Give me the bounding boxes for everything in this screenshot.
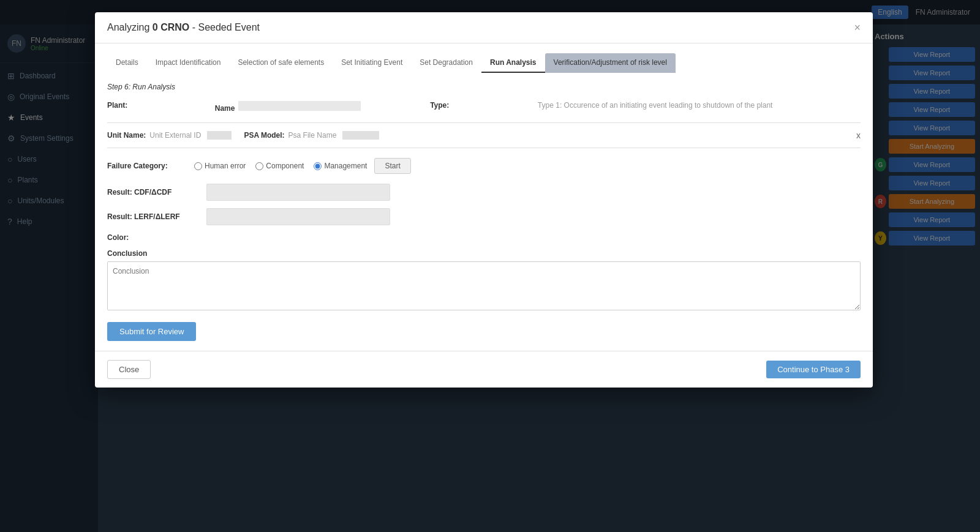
result-cdf-label: Result: CDF/ΔCDF [107,188,199,197]
management-label: Management [324,162,367,170]
wizard-tab-impact[interactable]: Impact Identification [147,53,230,73]
wizard-tab-verification[interactable]: Verification/Adjustment of risk level [545,53,676,73]
radio-management[interactable]: Management [314,162,367,170]
modal-title-suffix: - Seeded Event [189,22,260,32]
modal-title-prefix: Analyzing [107,22,153,32]
step-label: Step 6: Run Analysis [107,83,861,91]
submit-review-button[interactable]: Submit for Review [107,322,196,341]
wizard-tabs: DetailsImpact IdentificationSelection of… [107,53,861,73]
type-label: Type: [430,101,449,110]
type-field: Type: [430,101,538,110]
unit-external-id-extra [207,131,232,140]
psa-file-name: Psa File Name [288,131,337,140]
close-button[interactable]: Close [107,360,151,379]
color-label: Color: [107,233,129,242]
name-label: Name [215,104,235,113]
type-value-field: Type 1: Occurence of an initiating event… [538,101,861,110]
plant-label: Plant: [107,101,127,110]
type-value-col: Type 1: Occurence of an initiating event… [538,101,861,115]
wizard-tab-safe-elements[interactable]: Selection of safe elements [229,53,333,73]
modal: Analyzing 0 CRNO - Seeded Event × Detail… [95,12,873,388]
modal-body: DetailsImpact IdentificationSelection of… [95,43,873,351]
result-lerf-label: Result: LERF/ΔLERF [107,212,199,221]
start-button[interactable]: Start [374,158,410,174]
conclusion-section: Conclusion [107,249,861,312]
result-cdf-bar [206,184,390,201]
psa-model-label: PSA Model: [244,131,284,140]
name-field: Name [215,101,430,113]
psa-close-button[interactable]: x [856,130,861,140]
radio-human-error[interactable]: Human error [194,162,246,170]
psa-model-field: PSA Model: Psa File Name [244,131,379,140]
conclusion-label: Conclusion [107,249,861,258]
unit-name-field: Unit Name: Unit External ID [107,131,232,140]
psa-file-value [342,131,379,140]
wizard-tab-run-analysis[interactable]: Run Analysis [481,53,545,73]
result-lerf-row: Result: LERF/ΔLERF [107,208,861,225]
unit-name-value: Unit External ID [149,131,201,140]
result-lerf-bar [206,208,390,225]
continue-phase3-button[interactable]: Continue to Phase 3 [766,361,861,378]
wizard-tab-details[interactable]: Details [107,53,147,73]
modal-footer: Close Continue to Phase 3 [95,351,873,388]
human-error-label: Human error [205,162,246,170]
failure-radio-group: Human error Component Management [194,162,367,170]
wizard-tab-degradation[interactable]: Set Degradation [411,53,481,73]
modal-header: Analyzing 0 CRNO - Seeded Event × [95,12,873,43]
modal-title-number: 0 CRNO [153,22,189,32]
plant-field: Plant: [107,101,215,110]
modal-close-button[interactable]: × [854,22,861,33]
component-label: Component [266,162,304,170]
wizard-tab-initiating-event[interactable]: Set Initiating Event [333,53,411,73]
unit-name-label: Unit Name: [107,131,146,140]
type-value: Type 1: Occurence of an initiating event… [538,101,773,110]
conclusion-textarea[interactable] [107,261,861,310]
type-col: Type: [430,101,538,115]
submit-section: Submit for Review [107,322,861,341]
failure-category-label: Failure Category: [107,162,187,170]
plant-col: Plant: [107,101,215,115]
result-cdf-row: Result: CDF/ΔCDF [107,184,861,201]
radio-component[interactable]: Component [255,162,304,170]
plant-info-grid: Plant: Name Type: Type 1: Occurence of a… [107,101,861,123]
color-row: Color: [107,233,861,242]
modal-title: Analyzing 0 CRNO - Seeded Event [107,22,260,33]
name-col: Name [215,101,430,115]
name-value [238,101,361,111]
failure-section: Failure Category: Human error Component … [107,158,861,174]
unit-row: Unit Name: Unit External ID PSA Model: P… [107,130,861,148]
failure-row: Failure Category: Human error Component … [107,158,861,174]
